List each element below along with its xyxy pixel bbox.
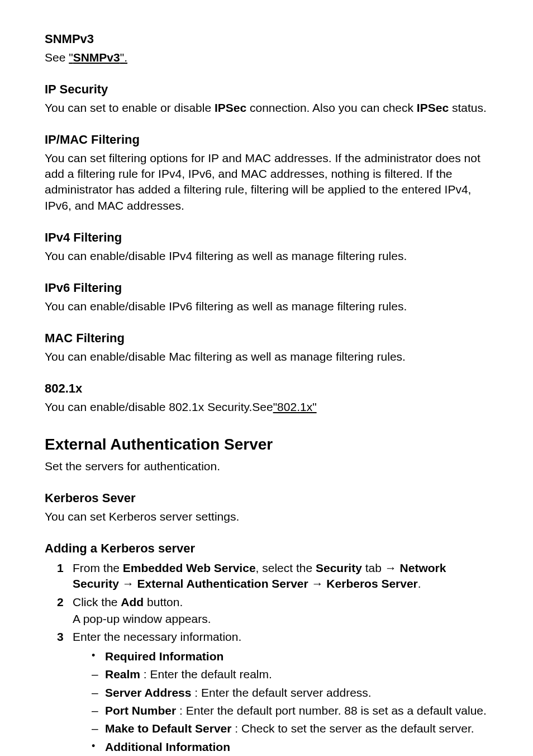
see-prefix: See xyxy=(45,51,69,64)
server-addr-body: : Enter the default server address. xyxy=(191,686,371,699)
ipmac-body: You can set filtering options for IP and… xyxy=(45,150,488,214)
s1-g: External Authentication Server xyxy=(134,577,312,590)
addl-info-label: Additional Information xyxy=(105,740,230,753)
ipsec-c: connection. Also you can check xyxy=(246,101,417,114)
heading-ipv4-filtering: IPv4 Filtering xyxy=(45,229,488,246)
dash-server-address: Server Address : Enter the default serve… xyxy=(73,685,488,701)
step-3-number: 3 xyxy=(57,629,73,756)
heading-ip-security: IP Security xyxy=(45,81,488,98)
dot1x-a: You can enable/disable 802.1x Security.S… xyxy=(45,400,273,413)
default-body: : Check to set the server as the default… xyxy=(231,722,474,735)
bullet-required-info: Required Information xyxy=(73,649,488,664)
s1-d: Security xyxy=(316,561,362,574)
s3-a: Enter the necessary information. xyxy=(73,629,488,645)
dash-default-server: Make to Default Server : Check to set th… xyxy=(73,721,488,736)
port-body: : Enter the default port number. 88 is s… xyxy=(176,704,487,717)
s1-b: Embedded Web Service xyxy=(123,561,256,574)
s1-a: From the xyxy=(73,561,123,574)
heading-mac-filtering: MAC Filtering xyxy=(45,330,488,347)
realm-label: Realm xyxy=(105,668,140,681)
server-addr-label: Server Address xyxy=(105,686,191,699)
heading-ipmac-filtering: IP/MAC Filtering xyxy=(45,131,488,148)
port-label: Port Number xyxy=(105,704,176,717)
heading-ipv6-filtering: IPv6 Filtering xyxy=(45,280,488,296)
ip-security-body: You can set to enable or disable IPSec c… xyxy=(45,100,488,116)
s1-c: , select the xyxy=(256,561,316,574)
ipsec-bold-1: IPSec xyxy=(215,101,246,114)
ipsec-bold-2: IPSec xyxy=(417,101,449,114)
step-2: 2 Click the Add button. A pop-up window … xyxy=(45,594,488,627)
dash-realm: Realm : Enter the default realm. xyxy=(73,667,488,682)
s1-h: Kerberos Server xyxy=(323,577,418,590)
heading-adding-kerberos: Adding a Kerberos server xyxy=(45,540,488,557)
link-close-quote: ". xyxy=(120,51,127,64)
req-info-label: Required Information xyxy=(105,650,223,663)
arrow-icon: → xyxy=(312,577,323,590)
default-label: Make to Default Server xyxy=(105,722,231,735)
heading-8021x: 802.1x xyxy=(45,380,488,397)
steps-list: 1 From the Embedded Web Service, select … xyxy=(45,560,488,756)
heading-external-auth-server: External Authentication Server xyxy=(45,434,488,455)
step-3: 3 Enter the necessary information. Requi… xyxy=(45,629,488,756)
arrow-icon: → xyxy=(122,577,134,590)
s1-i: . xyxy=(418,577,421,590)
kerberos-body: You can set Kerberos server settings. xyxy=(45,509,488,525)
arrow-icon: → xyxy=(385,561,397,574)
s1-e: tab xyxy=(362,561,385,574)
step-3-bullets: Required Information Realm : Enter the d… xyxy=(73,649,488,755)
8021x-body: You can enable/disable 802.1x Security.S… xyxy=(45,399,488,415)
snmpv3-see-line: See "SNMPv3". xyxy=(45,50,488,65)
heading-snmpv3: SNMPv3 xyxy=(45,31,488,48)
ipv4-body: You can enable/disable IPv4 filtering as… xyxy=(45,248,488,264)
bullet-additional-info: Additional Information xyxy=(73,739,488,755)
s2-c: button. xyxy=(144,596,183,608)
step-1-body: From the Embedded Web Service, select th… xyxy=(73,560,488,592)
ipv6-body: You can enable/disable IPv6 filtering as… xyxy=(45,299,488,314)
step-2-number: 2 xyxy=(57,594,73,627)
realm-body: : Enter the default realm. xyxy=(140,668,272,681)
mac-body: You can enable/disable Mac filtering as … xyxy=(45,349,488,365)
step-2-sub: A pop-up window appears. xyxy=(73,611,488,627)
s2-b: Add xyxy=(121,596,144,608)
ipsec-e: status. xyxy=(449,101,487,114)
snmpv3-link-text: SNMPv3 xyxy=(73,51,120,64)
extauth-body: Set the servers for authentication. xyxy=(45,459,488,474)
heading-kerberos-server: Kerberos Sever xyxy=(45,490,488,507)
dash-port-number: Port Number : Enter the default port num… xyxy=(73,703,488,719)
step-1-number: 1 xyxy=(57,560,73,592)
8021x-link[interactable]: "802.1x" xyxy=(273,400,317,413)
step-1: 1 From the Embedded Web Service, select … xyxy=(45,560,488,592)
link-open-quote: " xyxy=(69,51,73,64)
ipsec-a: You can set to enable or disable xyxy=(45,101,215,114)
step-2-body: Click the Add button. A pop-up window ap… xyxy=(73,594,488,627)
snmpv3-link[interactable]: "SNMPv3". xyxy=(69,51,127,64)
s2-a: Click the xyxy=(73,596,121,608)
step-3-body: Enter the necessary information. Require… xyxy=(73,629,488,756)
